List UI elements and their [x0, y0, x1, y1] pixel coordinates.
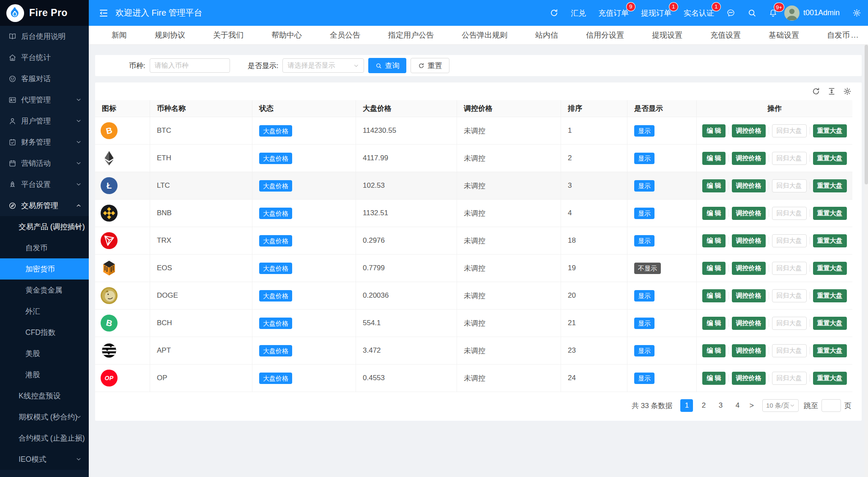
page-button-4[interactable]: 4	[731, 399, 744, 412]
page-button-3[interactable]: 3	[714, 399, 727, 412]
tab-more-button[interactable]: …	[851, 30, 860, 40]
menu-fold-icon[interactable]	[99, 8, 109, 18]
sidebar-item-user-management[interactable]: 用户管理	[0, 110, 89, 132]
tab-recharge-settings[interactable]: 充值设置	[710, 26, 741, 44]
edit-button[interactable]: 编 辑	[702, 124, 725, 137]
sidebar-item-hk-stocks[interactable]: 港股	[0, 364, 89, 385]
sidebar-item-platform-stats[interactable]: 平台统计	[0, 47, 89, 68]
edit-button[interactable]: 编 辑	[702, 289, 725, 302]
reset-button[interactable]: 重置	[411, 58, 449, 73]
tab-all-announcement[interactable]: 全员公告	[330, 26, 360, 44]
sidebar-item-ieo-mode[interactable]: IEO模式	[0, 449, 89, 470]
user-menu[interactable]: t001Admin	[784, 5, 840, 21]
visible-badge[interactable]: 不显示	[634, 263, 661, 274]
column-height-icon[interactable]	[827, 87, 836, 96]
edit-button[interactable]: 编 辑	[702, 372, 725, 385]
page-jump-input[interactable]	[821, 399, 841, 412]
tab-withdraw-settings[interactable]: 提现设置	[652, 26, 682, 44]
sidebar-item-trade-products[interactable]: 交易产品 (调控插针)	[0, 216, 89, 237]
adjust-price-button[interactable]: 调控价格	[732, 152, 766, 165]
visible-badge[interactable]: 显示	[634, 125, 654, 137]
sidebar-item-crypto[interactable]: 加密货币	[0, 258, 89, 280]
sidebar-item-support-chat[interactable]: 客服对话	[0, 68, 89, 89]
edit-button[interactable]: 编 辑	[702, 344, 725, 357]
tab-credit-settings[interactable]: 信用分设置	[586, 26, 624, 44]
tab-user-announcement[interactable]: 指定用户公告	[388, 26, 434, 44]
adjust-price-button[interactable]: 调控价格	[732, 234, 766, 247]
visible-badge[interactable]: 显示	[634, 290, 654, 302]
visible-badge[interactable]: 显示	[634, 345, 654, 356]
coin-filter-input[interactable]	[150, 58, 230, 73]
next-page-button[interactable]: >	[749, 401, 754, 410]
settings-gear-icon[interactable]	[852, 8, 861, 17]
sidebar-item-self-coin[interactable]: 自发币	[0, 237, 89, 258]
header-item-withdraw-orders[interactable]: 提现订单1	[641, 8, 671, 18]
header-item-notifications[interactable]: 9+	[769, 8, 778, 17]
sidebar-item-usage-guide[interactable]: 后台使用说明	[0, 26, 89, 47]
sidebar-item-gold-metals[interactable]: 黄金贵金属	[0, 280, 89, 301]
visible-badge[interactable]: 显示	[634, 180, 654, 192]
reset-market-button[interactable]: 重置大盘	[813, 372, 847, 385]
reset-market-button[interactable]: 重置大盘	[813, 152, 847, 165]
tab-site-mail[interactable]: 站内信	[535, 26, 558, 44]
edit-button[interactable]: 编 辑	[702, 262, 725, 275]
adjust-price-button[interactable]: 调控价格	[732, 372, 766, 385]
visible-badge[interactable]: 显示	[634, 235, 654, 247]
sidebar-item-agent-management[interactable]: 代理管理	[0, 89, 89, 110]
adjust-price-button[interactable]: 调控价格	[732, 317, 766, 330]
reset-market-button[interactable]: 重置大盘	[813, 234, 847, 247]
sidebar-item-platform-settings[interactable]: 平台设置	[0, 174, 89, 195]
sidebar-item-us-stocks[interactable]: 美股	[0, 343, 89, 364]
page-size-select[interactable]: 10 条/页	[762, 399, 799, 412]
adjust-price-button[interactable]: 调控价格	[732, 207, 766, 220]
tab-popup-rules[interactable]: 公告弹出规则	[462, 26, 507, 44]
visible-badge[interactable]: 显示	[634, 373, 654, 384]
visible-badge[interactable]: 显示	[634, 208, 654, 219]
edit-button[interactable]: 编 辑	[702, 317, 725, 330]
adjust-price-button[interactable]: 调控价格	[732, 179, 766, 192]
edit-button[interactable]: 编 辑	[702, 179, 725, 192]
tab-rules-agreement[interactable]: 规则协议	[155, 26, 185, 44]
sidebar-item-cfd-index[interactable]: CFD指数	[0, 322, 89, 343]
tab-self-coin[interactable]: 自发币	[827, 26, 850, 44]
page-button-1[interactable]: 1	[680, 399, 693, 412]
sidebar-item-kline-preset[interactable]: K线控盘预设	[0, 385, 89, 406]
header-item-search[interactable]	[748, 8, 756, 17]
reset-market-button[interactable]: 重置大盘	[813, 344, 847, 357]
tab-basic-settings[interactable]: 基础设置	[769, 26, 799, 44]
header-item-recharge-orders[interactable]: 充值订单9	[598, 8, 629, 18]
search-button[interactable]: 查询	[368, 58, 406, 73]
adjust-price-button[interactable]: 调控价格	[732, 344, 766, 357]
sidebar-item-forex[interactable]: 外汇	[0, 301, 89, 322]
reset-market-button[interactable]: 重置大盘	[813, 207, 847, 220]
page-scrollbar[interactable]	[865, 45, 868, 477]
visible-badge[interactable]: 显示	[634, 318, 654, 329]
page-button-2[interactable]: 2	[697, 399, 710, 412]
visible-badge[interactable]: 显示	[634, 153, 654, 164]
edit-button[interactable]: 编 辑	[702, 234, 725, 247]
reset-market-button[interactable]: 重置大盘	[813, 124, 847, 137]
sidebar-item-contract-mode[interactable]: 合约模式 (止盈止损)	[0, 428, 89, 449]
edit-button[interactable]: 编 辑	[702, 152, 725, 165]
visible-filter-select[interactable]: 请选择是否显示	[282, 58, 364, 73]
sidebar-item-finance-management[interactable]: 财务管理	[0, 132, 89, 153]
adjust-price-button[interactable]: 调控价格	[732, 262, 766, 275]
adjust-price-button[interactable]: 调控价格	[732, 289, 766, 302]
header-item-exchange[interactable]: 汇兑	[571, 8, 586, 18]
tab-about-us[interactable]: 关于我们	[213, 26, 244, 44]
scrollbar-thumb[interactable]	[865, 45, 868, 184]
reset-market-button[interactable]: 重置大盘	[813, 179, 847, 192]
reset-market-button[interactable]: 重置大盘	[813, 262, 847, 275]
header-item-kyc[interactable]: 实名认证1	[684, 8, 714, 18]
sidebar-item-marketing[interactable]: 营销活动	[0, 153, 89, 174]
edit-button[interactable]: 编 辑	[702, 207, 725, 220]
sidebar-item-exchange-management[interactable]: 交易所管理	[0, 195, 89, 216]
header-item-reload[interactable]	[550, 8, 559, 17]
header-item-chat[interactable]	[726, 8, 735, 17]
sidebar-item-option-mode[interactable]: 期权模式 (秒合约)	[0, 406, 89, 428]
tab-help-center[interactable]: 帮助中心	[271, 26, 302, 44]
reload-icon[interactable]	[812, 87, 820, 96]
tab-news[interactable]: 新闻	[112, 26, 127, 44]
reset-market-button[interactable]: 重置大盘	[813, 289, 847, 302]
adjust-price-button[interactable]: 调控价格	[732, 124, 766, 137]
